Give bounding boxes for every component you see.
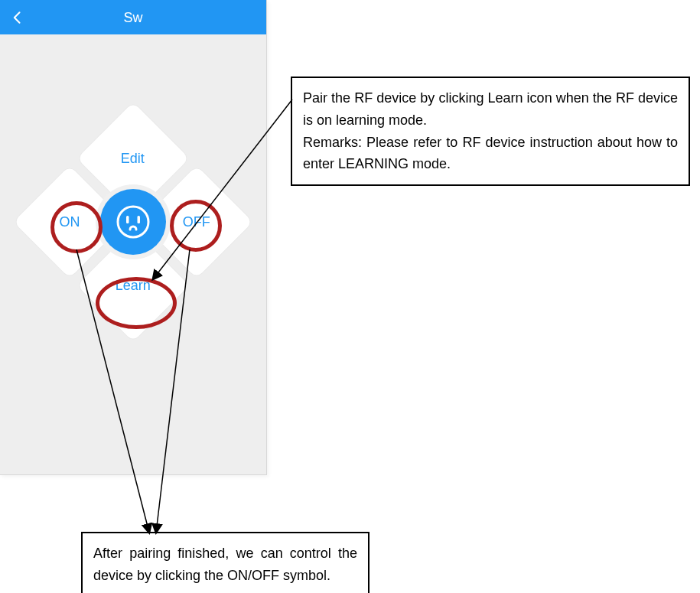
back-icon[interactable] [0, 0, 34, 34]
annotation-ring-off [170, 200, 222, 252]
callout-onoff-text: After pairing finished, we can control t… [93, 546, 357, 583]
annotation-ring-learn [96, 277, 177, 329]
phone-screenshot: Sw Edit Learn ON OFF [0, 0, 267, 475]
callout-learn: Pair the RF device by clicking Learn ico… [291, 77, 690, 186]
edit-label: Edit [121, 151, 145, 167]
svg-point-0 [118, 207, 148, 237]
callout-learn-text: Pair the RF device by clicking Learn ico… [303, 90, 678, 171]
app-header: Sw [0, 0, 266, 34]
svg-rect-2 [138, 216, 141, 223]
svg-rect-1 [126, 216, 129, 223]
power-outlet-icon[interactable] [100, 189, 166, 255]
page-title: Sw [123, 9, 142, 25]
annotation-ring-on [50, 201, 103, 253]
callout-onoff: After pairing finished, we can control t… [81, 532, 370, 593]
